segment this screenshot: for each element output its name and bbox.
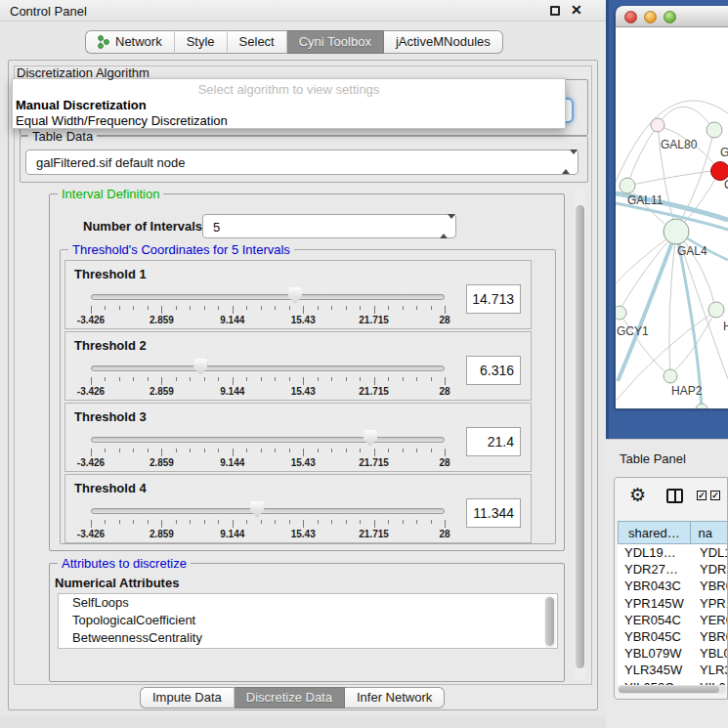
network-window-titlebar xyxy=(616,6,728,27)
slider-handle[interactable] xyxy=(288,287,302,304)
network-edge[interactable] xyxy=(669,232,676,376)
slider-tick-label: 2.859 xyxy=(150,386,174,397)
hap2-node[interactable] xyxy=(664,369,677,383)
tab-style[interactable]: Style xyxy=(175,30,228,54)
gcy1-node[interactable] xyxy=(616,306,626,320)
threshold-value-field[interactable]: 6.316 xyxy=(466,356,521,385)
slider-tick xyxy=(105,449,106,452)
table-data-group: Table Data galFiltered.sif default node xyxy=(20,136,588,183)
network-edge-highlighted[interactable] xyxy=(676,232,702,408)
control-panel-tabs: Network Style Select Cyni Toolbox jActiv… xyxy=(85,30,503,54)
cell-name: YER0 xyxy=(692,612,728,628)
table-row[interactable]: YPR145WYPR1 xyxy=(618,595,728,612)
list-item[interactable]: TopologicalCoefficient xyxy=(59,612,557,629)
slider-tick xyxy=(331,306,332,310)
panel-scrollbar[interactable] xyxy=(575,188,585,681)
gal80-node[interactable] xyxy=(651,118,664,132)
gear-icon[interactable]: ⚙ xyxy=(629,484,646,506)
column-header-shared-name[interactable]: shared… xyxy=(618,521,691,544)
slider-tick-label: 28 xyxy=(439,529,450,539)
slider-tick xyxy=(233,449,234,456)
network-edge[interactable] xyxy=(627,125,658,186)
slider-handle[interactable] xyxy=(193,359,207,375)
slider-tick xyxy=(289,449,290,452)
list-item[interactable]: SelfLoops xyxy=(59,594,557,612)
cell-shared-name: YDR27… xyxy=(618,561,692,578)
network-edge[interactable] xyxy=(627,171,711,186)
gal4-node[interactable] xyxy=(664,219,689,244)
table-row[interactable]: YLR345WYLR3 xyxy=(618,662,728,678)
list-item[interactable]: BetweennessCentrality xyxy=(59,629,557,647)
gal11-node[interactable] xyxy=(620,178,635,193)
node-label: GAL11 xyxy=(627,193,664,207)
checkbox-icon[interactable]: ✓ xyxy=(697,491,707,500)
close-icon[interactable]: ✕ xyxy=(571,2,582,18)
tab-jactivemnodules[interactable]: jActiveMNodules xyxy=(384,30,503,54)
slider-tick xyxy=(346,520,347,524)
slider-track[interactable] xyxy=(91,294,445,300)
table-row[interactable]: YER054CYER0 xyxy=(618,612,728,628)
dropdown-option-manual-discretization[interactable]: Manual Discretization xyxy=(16,98,147,112)
slider-tick xyxy=(246,449,247,452)
top-right-node[interactable] xyxy=(707,122,722,138)
threshold-slider[interactable]: -3.4262.8599.14415.4321.71528 xyxy=(91,475,445,543)
close-traffic-light[interactable] xyxy=(624,11,637,23)
table-horizontal-scrollbar[interactable] xyxy=(618,685,726,694)
slider-tick xyxy=(445,306,446,314)
minimize-traffic-light[interactable] xyxy=(644,11,657,23)
checkbox-icon[interactable]: ✓ xyxy=(710,491,720,500)
slider-tick xyxy=(388,449,389,452)
stepper-arrows-icon xyxy=(440,219,449,234)
slider-track[interactable] xyxy=(91,508,445,514)
list-scrollbar[interactable] xyxy=(544,595,556,649)
slider-tick xyxy=(176,377,177,381)
threshold-value-field[interactable]: 11.344 xyxy=(466,498,521,528)
right-node[interactable] xyxy=(708,302,724,318)
slider-tick xyxy=(119,306,120,310)
table-row[interactable]: YDR27…YDR2 xyxy=(618,561,728,578)
table-row[interactable]: YDL19…YDL1 xyxy=(618,544,728,561)
number-of-intervals-combobox[interactable]: 5 xyxy=(202,214,456,238)
number-of-intervals-label: Number of Intervals xyxy=(83,219,202,234)
tab-impute-data[interactable]: Impute Data xyxy=(140,687,235,708)
threshold-slider[interactable]: -3.4262.8599.14415.4321.71528 xyxy=(91,332,445,401)
slider-handle[interactable] xyxy=(364,430,377,447)
zoom-traffic-light[interactable] xyxy=(664,11,676,23)
tab-select[interactable]: Select xyxy=(228,30,287,54)
slider-tick-label: 9.144 xyxy=(220,457,244,468)
threshold-slider[interactable]: -3.4262.8599.14415.4321.71528 xyxy=(91,261,445,329)
slider-handle[interactable] xyxy=(250,501,264,518)
table-data-combobox[interactable]: galFiltered.sif default node xyxy=(25,150,578,175)
slider-track[interactable] xyxy=(91,365,445,371)
slider-tick xyxy=(218,306,219,310)
network-canvas[interactable]: GAL80GACGAL11GAL4GCY1HHAP2 xyxy=(616,27,728,408)
network-edge[interactable] xyxy=(658,107,714,130)
threshold-value-field[interactable]: 21.4 xyxy=(466,427,521,456)
slider-tick xyxy=(246,377,247,381)
slider-tick xyxy=(303,449,304,456)
table-row[interactable]: YBL079WYBL0 xyxy=(618,645,728,662)
split-columns-icon[interactable] xyxy=(666,489,683,503)
tab-network[interactable]: Network xyxy=(85,30,175,54)
threshold-value-field[interactable]: 14.713 xyxy=(466,284,521,314)
control-panel-titlebar: Control Panel ✕ xyxy=(0,0,606,21)
tab-cyni-toolbox[interactable]: Cyni Toolbox xyxy=(287,30,384,54)
bottom-node[interactable] xyxy=(696,404,707,408)
right-region: GAL80GACGAL11GAL4GCY1HHAP2 Table Panel ⚙… xyxy=(606,0,728,728)
table-row[interactable]: YBR043CYBR0 xyxy=(618,578,728,594)
slider-tick xyxy=(303,306,304,314)
numerical-attributes-list[interactable]: SelfLoopsTopologicalCoefficientBetweenne… xyxy=(58,593,558,649)
slider-tick xyxy=(431,520,432,524)
slider-track[interactable] xyxy=(91,437,445,443)
float-window-icon[interactable] xyxy=(550,6,560,16)
cell-name: YBR0 xyxy=(692,628,728,645)
table-row[interactable]: YBR045CYBR0 xyxy=(618,628,728,645)
table-panel-title: Table Panel xyxy=(620,451,686,466)
slider-tick xyxy=(431,449,432,452)
slider-tick xyxy=(261,449,262,452)
dropdown-option-equal-width-frequency[interactable]: Equal Width/Frequency Discretization xyxy=(16,113,228,128)
threshold-slider[interactable]: -3.4262.8599.14415.4321.71528 xyxy=(91,404,445,472)
column-header-name[interactable]: na xyxy=(691,521,728,544)
tab-infer-network[interactable]: Infer Network xyxy=(345,687,445,708)
tab-discretize-data[interactable]: Discretize Data xyxy=(235,687,345,708)
